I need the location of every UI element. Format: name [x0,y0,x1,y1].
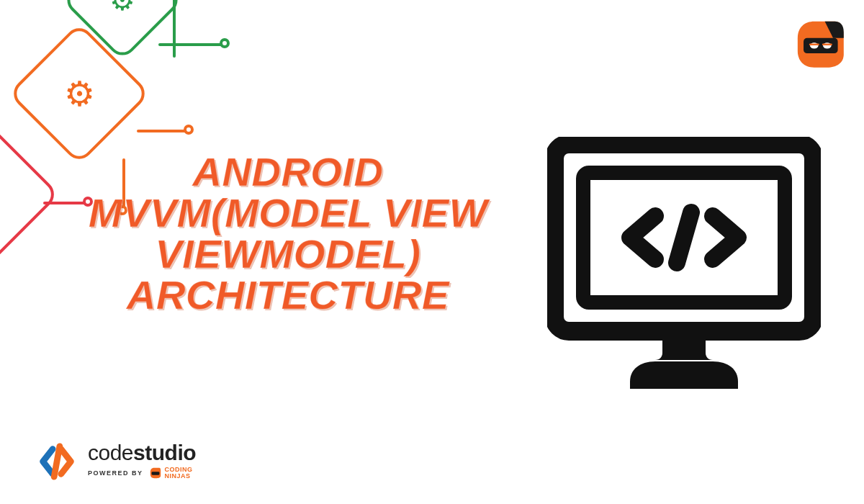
gear-icon: ⚙ [109,0,135,17]
sponsor-name: CODING NINJAS [165,467,193,480]
svg-rect-0 [804,38,838,53]
codestudio-mark-icon [36,441,78,482]
brand-light: code [88,441,133,464]
page-title: ANDROID MVVM(MODEL VIEW VIEWMODEL) ARCHI… [65,151,511,315]
brand-text: codestudio POWERED BY CODING NINJAS [88,441,196,480]
chip-icon-blue: ⚙ [0,0,30,1]
sponsor-line: NINJAS [165,473,193,480]
chip-icon-red: ⚙ [0,113,60,276]
brand-bold: studio [133,441,196,464]
brand-subline: POWERED BY CODING NINJAS [88,467,196,480]
brand-logo: codestudio POWERED BY CODING NINJAS [36,441,196,482]
trace [137,130,187,132]
monitor-code-icon [547,137,821,396]
trace-node [184,125,194,135]
trace-node [220,38,230,48]
powered-by-label: POWERED BY [88,469,143,477]
coding-ninjas-mascot-icon [791,14,850,73]
gear-icon: ⚙ [64,73,95,114]
svg-rect-5 [151,472,159,475]
brand-name: codestudio [88,441,196,465]
sponsor-logo: CODING NINJAS [149,467,193,480]
coding-ninjas-small-icon [149,467,162,480]
trace [158,43,223,46]
